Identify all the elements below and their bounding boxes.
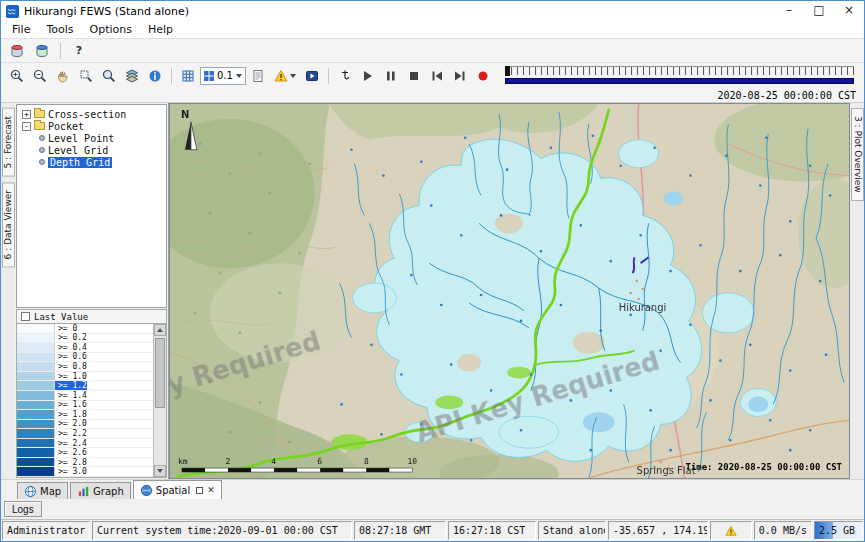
- tree-item-label: Pocket: [48, 121, 84, 132]
- logs-button[interactable]: Logs: [4, 501, 42, 517]
- tab-graph[interactable]: Graph: [70, 482, 131, 499]
- legend-row-label: >= 0: [55, 324, 77, 333]
- archive-icon: [35, 44, 49, 58]
- tree-item-label: Cross-section: [48, 109, 126, 120]
- side-tab-forecast[interactable]: 5 : Forecast: [2, 108, 15, 177]
- scroll-down-button[interactable]: [154, 465, 166, 477]
- main-toolbar: ?: [1, 39, 864, 63]
- time-slider-range-bar: [505, 78, 854, 84]
- legend-row[interactable]: >= 2.4: [17, 439, 153, 449]
- arrow-down-icon: [157, 469, 163, 473]
- interval-select[interactable]: 0.1: [200, 67, 246, 85]
- tab-spatial-label: Spatial: [156, 485, 190, 496]
- profile-tool-button[interactable]: [334, 66, 356, 86]
- scrollbar-thumb[interactable]: [155, 338, 165, 408]
- time-slider-handle[interactable]: [505, 66, 510, 76]
- legend-row[interactable]: >= 1.2: [17, 381, 153, 391]
- animation-button[interactable]: [301, 66, 323, 86]
- menu-options[interactable]: Options: [82, 22, 140, 37]
- legend-row[interactable]: >= 0.2: [17, 334, 153, 344]
- tree-item-label: Depth Grid: [48, 157, 112, 168]
- legend-row-label: >= 0.2: [55, 334, 87, 343]
- tree-item-level-point[interactable]: Level Point: [17, 132, 166, 144]
- status-mode: Stand alone: [538, 521, 606, 540]
- legend-row-label: >= 2.6: [55, 448, 87, 457]
- legend-row-label: >= 1.0: [55, 372, 87, 381]
- info-button[interactable]: [144, 66, 166, 86]
- legend-color-swatch: [17, 467, 55, 476]
- undock-icon[interactable]: [196, 487, 203, 494]
- spatial-sphere-icon: [140, 484, 153, 497]
- tree-item-depth-grid[interactable]: Depth Grid: [17, 156, 166, 168]
- tab-spatial[interactable]: Spatial ✕: [133, 480, 222, 499]
- legend-row[interactable]: >= 1.4: [17, 391, 153, 401]
- zoom-out-button[interactable]: [29, 66, 51, 86]
- maximize-button[interactable]: □: [804, 1, 834, 21]
- time-slider-ticks: [505, 66, 854, 75]
- legend-row[interactable]: >= 1.6: [17, 401, 153, 411]
- side-tab-plot-overview[interactable]: 3 : Plot Overview: [851, 108, 864, 201]
- tree-item-cross-section[interactable]: Cross-section: [17, 108, 166, 120]
- tree-item-pocket[interactable]: Pocket: [17, 120, 166, 132]
- grid-display-button[interactable]: [177, 66, 199, 86]
- collapse-icon[interactable]: [22, 122, 31, 131]
- status-warning-cell[interactable]: [710, 521, 752, 540]
- legend-body: >= 0 >= 0.2 >= 0.4 >= 0.6: [16, 324, 167, 478]
- zoom-extent-button[interactable]: [98, 66, 120, 86]
- legend-row[interactable]: >= 2.8: [17, 458, 153, 468]
- zoom-box-button[interactable]: [75, 66, 97, 86]
- close-button[interactable]: ×: [834, 1, 864, 21]
- help-button[interactable]: ?: [68, 41, 90, 61]
- legend-scrollbar[interactable]: [153, 324, 166, 477]
- profile-tool-icon: [338, 69, 352, 83]
- tab-map[interactable]: Map: [17, 482, 68, 499]
- menu-tools[interactable]: Tools: [38, 22, 81, 37]
- expand-icon[interactable]: [22, 110, 31, 119]
- legend-row[interactable]: >= 0: [17, 324, 153, 334]
- close-tab-icon[interactable]: ✕: [207, 485, 215, 495]
- node-icon: [39, 159, 45, 165]
- archive-button[interactable]: [31, 41, 53, 61]
- map-view[interactable]: API Key Required API Key Required Hikura…: [169, 103, 850, 479]
- legend-row[interactable]: >= 2.2: [17, 429, 153, 439]
- report-button[interactable]: [247, 66, 269, 86]
- database-button[interactable]: [6, 41, 28, 61]
- play-button[interactable]: [357, 66, 379, 86]
- legend-row[interactable]: >= 2.0: [17, 420, 153, 430]
- legend-row[interactable]: >= 2.6: [17, 448, 153, 458]
- interval-value: 0.1: [217, 70, 233, 81]
- warnings-dropdown-button[interactable]: [270, 66, 300, 86]
- legend-row[interactable]: >= 0.6: [17, 353, 153, 363]
- last-value-checkbox[interactable]: [21, 312, 30, 321]
- zoom-extent-icon: [102, 69, 116, 83]
- minimize-button[interactable]: –: [774, 1, 804, 21]
- side-tab-data-viewer[interactable]: 6 : Data Viewer: [2, 182, 15, 267]
- legend-row[interactable]: >= 3.0: [17, 467, 153, 477]
- tree-item-level-grid[interactable]: Level Grid: [17, 144, 166, 156]
- legend-row[interactable]: >= 1.0: [17, 372, 153, 382]
- node-icon: [39, 147, 45, 153]
- document-icon: [251, 69, 265, 83]
- pan-button[interactable]: [52, 66, 74, 86]
- toolbar-separator: [328, 68, 329, 84]
- legend-row[interactable]: >= 0.4: [17, 343, 153, 353]
- legend-row[interactable]: >= 0.8: [17, 362, 153, 372]
- record-button[interactable]: [472, 66, 494, 86]
- node-icon: [39, 135, 45, 141]
- stop-button[interactable]: [403, 66, 425, 86]
- menu-file[interactable]: File: [4, 22, 38, 37]
- scrollbar-track[interactable]: [154, 336, 166, 465]
- step-forward-button[interactable]: [449, 66, 471, 86]
- pause-button[interactable]: [380, 66, 402, 86]
- scroll-up-button[interactable]: [154, 324, 166, 336]
- legend-color-swatch: [17, 334, 55, 343]
- zoom-in-button[interactable]: [6, 66, 28, 86]
- layers-button[interactable]: [121, 66, 143, 86]
- tree-item-label: Level Point: [48, 133, 114, 144]
- step-back-button[interactable]: [426, 66, 448, 86]
- legend-row[interactable]: >= 1.8: [17, 410, 153, 420]
- scale-tick-label: 4: [271, 457, 276, 466]
- menu-help[interactable]: Help: [140, 22, 181, 37]
- legend-panel: Last Value >= 0 >= 0.2: [16, 309, 167, 478]
- time-slider[interactable]: [505, 66, 854, 86]
